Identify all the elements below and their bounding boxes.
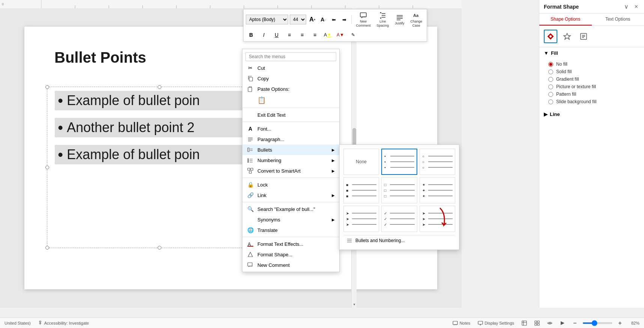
svg-rect-35 — [537, 321, 539, 323]
bullet-option-arrow1[interactable]: ➤ ➤ ➤ — [343, 206, 379, 232]
align-center-button[interactable]: ≡ — [297, 30, 307, 40]
menu-item-cut[interactable]: ✂ Cut — [242, 63, 339, 73]
menu-item-format-shape[interactable]: Format Shape... — [242, 249, 339, 260]
bullet-option-filled-square[interactable]: ■ ■ ■ — [343, 177, 379, 203]
line-spacing-toolbar-button[interactable]: LineSpacing — [374, 11, 391, 29]
increase-font-button[interactable]: A+ — [308, 15, 317, 24]
osq-sym-1: □ — [384, 183, 388, 187]
menu-item-lock[interactable]: 🔒 Lock — [242, 179, 339, 190]
menu-item-exit-edit[interactable]: Exit Edit Text — [242, 110, 339, 120]
di-dash-2 — [428, 190, 453, 191]
tab-text-options[interactable]: Text Options — [592, 14, 644, 26]
align-left-button[interactable]: ≡ — [284, 30, 295, 40]
increase-indent-button[interactable]: ➡ — [340, 15, 349, 24]
bullet-item-1: • Example of bullet poin — [55, 91, 264, 110]
menu-item-translate[interactable]: 🌐 Translate — [242, 225, 339, 235]
menu-search-input[interactable] — [245, 52, 336, 61]
ck-sym-3: ✓ — [384, 223, 388, 227]
radio-pattern-fill[interactable]: Pattern fill — [548, 90, 636, 98]
osq-line-3: □ — [384, 194, 414, 198]
menu-item-paste-icon[interactable]: 📋 — [242, 94, 339, 106]
menu-item-synonyms[interactable]: Synonyms ▶ — [242, 214, 339, 225]
slideshow-icon — [560, 320, 565, 326]
decrease-font-button[interactable]: A- — [319, 15, 328, 24]
radio-no-fill[interactable]: No fill — [548, 60, 636, 68]
sq-bullet-dash-2 — [352, 190, 376, 191]
notes-button[interactable]: Notes — [450, 320, 472, 326]
zoom-slider[interactable] — [582, 322, 612, 324]
new-comment-toolbar-button[interactable]: NewComment — [354, 11, 373, 29]
display-settings-button[interactable]: Display Settings — [475, 320, 516, 326]
synonyms-icon — [247, 216, 254, 223]
bullet-option-filled-circle[interactable]: • • • — [381, 149, 417, 175]
slideshow-button[interactable] — [558, 320, 567, 326]
menu-item-smartart[interactable]: Convert to SmartArt ▶ — [242, 166, 339, 176]
justify-toolbar-button[interactable]: Justify — [393, 13, 407, 26]
radio-picture-fill[interactable]: Picture or texture fill — [548, 83, 636, 90]
menu-item-search[interactable]: 🔍 Search "Example of bull..." — [242, 204, 339, 214]
font-color-button[interactable]: A▼ — [335, 30, 346, 40]
clear-formatting-button[interactable]: ✎ — [348, 30, 358, 40]
radio-solid-fill[interactable]: Solid fill — [548, 68, 636, 75]
zoom-out-button[interactable] — [570, 320, 579, 326]
menu-item-paragraph[interactable]: Paragraph... — [242, 134, 339, 144]
scroll-down-arrow[interactable]: ▼ — [352, 302, 356, 307]
bullet-option-checkmark[interactable]: ✓ ✓ ✓ — [381, 206, 417, 232]
zoom-out-icon — [573, 321, 577, 325]
effects-icon-button[interactable] — [560, 30, 574, 43]
panel-collapse-button[interactable]: ∨ — [623, 3, 630, 10]
format-text-effects-label: Format Text Effects... — [257, 241, 335, 247]
accessibility-button[interactable]: Accessibility: Investigate — [35, 320, 91, 326]
font-size-select[interactable]: 44 — [290, 15, 306, 24]
bullet-text-2: Another bullet point 2 — [67, 120, 194, 135]
bullet-option-diamond[interactable]: ✦ ✦ ✦ — [420, 177, 455, 203]
menu-item-numbering[interactable]: 1 2 3 Numbering ▶ — [242, 155, 339, 166]
tab-shape-options[interactable]: Shape Options — [539, 14, 592, 26]
align-right-button[interactable]: ≡ — [310, 30, 320, 40]
size-props-icon-button[interactable] — [577, 30, 590, 43]
bullet-option-open-square[interactable]: □ □ □ — [381, 177, 417, 203]
reading-view-button[interactable] — [545, 320, 555, 326]
text-box[interactable]: • Example of bullet poin • Another bulle… — [47, 87, 272, 248]
menu-item-link[interactable]: 🔗 Link ▶ — [242, 190, 339, 200]
radio-slide-bg-fill[interactable]: Slide background fill — [548, 98, 636, 105]
handle-bm[interactable] — [158, 246, 161, 250]
open-bullet-dash-1 — [428, 156, 453, 156]
panel-close-button[interactable]: × — [633, 3, 639, 10]
osq-dash-1 — [390, 184, 414, 185]
fill-line-icon-button[interactable] — [544, 30, 557, 43]
radio-gradient-fill[interactable]: Gradient fill — [548, 75, 636, 83]
menu-item-format-text-effects[interactable]: A Format Text Effects... — [242, 239, 339, 249]
menu-item-copy[interactable]: Copy — [242, 73, 339, 84]
fill-section-header[interactable]: ▼ Fill — [539, 47, 644, 59]
handle-tm[interactable] — [158, 85, 161, 89]
normal-view-button[interactable] — [519, 320, 529, 326]
font-family-select[interactable]: Aptos (Body) — [246, 15, 288, 24]
handle-ml[interactable] — [45, 166, 49, 169]
bullet-option-none[interactable]: None — [343, 149, 379, 175]
bullet-option-open-circle[interactable]: ○ ○ ○ — [420, 149, 455, 175]
accessibility-label: Accessibility: Investigate — [44, 321, 89, 325]
decrease-indent-button[interactable]: ⬅ — [329, 15, 338, 24]
ck-dash-2 — [390, 218, 414, 219]
di-sym-2: ✦ — [422, 188, 427, 193]
underline-button[interactable]: U — [271, 30, 282, 40]
bold-button[interactable]: B — [246, 30, 256, 40]
bullets-icon — [247, 146, 254, 153]
handle-bl[interactable] — [45, 246, 49, 250]
menu-item-bullets[interactable]: Bullets ▶ None • • — [242, 144, 339, 155]
handle-tl[interactable] — [45, 85, 49, 89]
svg-marker-39 — [561, 321, 564, 325]
bullets-and-numbering-button[interactable]: Bullets and Numbering... — [343, 235, 455, 246]
slide-sorter-button[interactable] — [532, 320, 542, 326]
ck-sym-1: ✓ — [384, 211, 388, 215]
smartart-icon — [247, 167, 254, 174]
zoom-in-button[interactable] — [615, 320, 624, 326]
menu-item-font[interactable]: A Font... — [242, 123, 339, 134]
menu-item-new-comment[interactable]: New Comment — [242, 260, 339, 270]
menu-item-paste[interactable]: Paste Options: — [242, 84, 339, 94]
italic-button[interactable]: I — [259, 30, 269, 40]
line-section-header[interactable]: ▶ Line — [539, 108, 644, 120]
change-case-toolbar-button[interactable]: Aa ChangeCase — [408, 11, 424, 29]
highlight-button[interactable]: A▼ — [322, 30, 333, 40]
